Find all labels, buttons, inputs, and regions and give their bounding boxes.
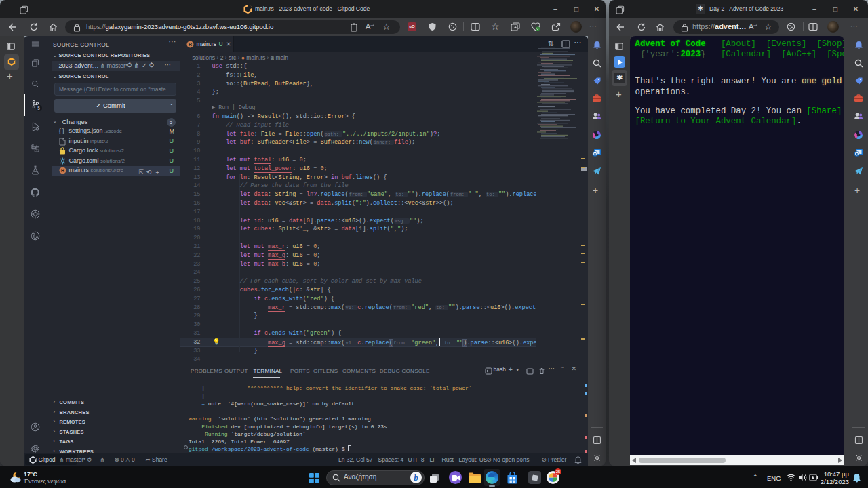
svg-text:R: R — [188, 42, 191, 47]
svg-text:R: R — [60, 168, 64, 173]
